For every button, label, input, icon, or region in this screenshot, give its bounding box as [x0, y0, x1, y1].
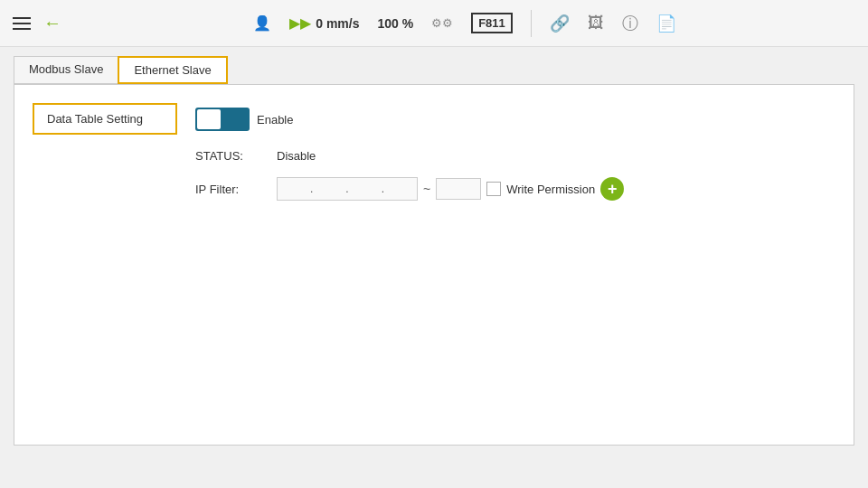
toggle-row: Enable	[195, 108, 835, 131]
document-icon[interactable]: 📄	[656, 14, 676, 33]
speed-icon: ▶▶	[289, 14, 311, 32]
toggle-label: Enable	[257, 113, 293, 127]
tab-modbus-slave[interactable]: Modbus Slave	[14, 56, 118, 84]
ip-seg-2[interactable]	[313, 178, 345, 200]
percent-status: 100 %	[377, 16, 413, 31]
ip-filter-inputs: . . . ~ Write Permission +	[277, 177, 624, 201]
enable-toggle[interactable]	[195, 108, 250, 131]
percent-value: 100 %	[377, 16, 413, 31]
info-icon[interactable]: ⓘ	[622, 13, 638, 34]
main-area: Modbus Slave Ethernet Slave Data Table S…	[0, 47, 868, 488]
ip-seg-1[interactable]	[278, 178, 310, 200]
header: ← 👤 ▶▶ 0 mm/s 100 % ⚙⚙ F811 🔗 🖼 ⓘ 📄	[0, 0, 868, 47]
ip-end-input[interactable]	[436, 178, 481, 200]
status-row: STATUS: Disable	[195, 149, 835, 163]
add-button[interactable]: +	[600, 177, 624, 201]
network-icon[interactable]: 🔗	[550, 14, 570, 33]
speed-status: ▶▶ 0 mm/s	[289, 14, 359, 32]
device-badge: F811	[471, 13, 513, 33]
panel: Data Table Setting Enable STATUS: Disabl…	[14, 84, 854, 446]
ip-seg-3[interactable]	[349, 178, 382, 200]
header-divider	[531, 10, 532, 37]
back-icon[interactable]: ←	[43, 13, 61, 33]
extra-icons: ⚙⚙	[431, 16, 453, 30]
header-left: ←	[9, 13, 61, 33]
hamburger-icon[interactable]	[9, 14, 34, 33]
monitor-icon[interactable]: 🖼	[588, 14, 604, 33]
ip-filter-label: IP Filter:	[195, 183, 268, 196]
tabs-row: Modbus Slave Ethernet Slave	[14, 56, 854, 84]
write-perm-row: Write Permission	[486, 182, 595, 196]
toggle-track	[195, 108, 250, 131]
content-area: Enable STATUS: Disable IP Filter: . .	[195, 103, 835, 427]
person-status: 👤	[253, 14, 271, 32]
gear-small-icon: ⚙⚙	[431, 16, 453, 30]
ip-tilde: ~	[423, 182, 430, 196]
write-permission-checkbox[interactable]	[486, 182, 501, 196]
ip-seg-4[interactable]	[384, 178, 417, 200]
person-icon: 👤	[253, 14, 271, 32]
speed-value: 0 mm/s	[316, 16, 359, 31]
header-center: 👤 ▶▶ 0 mm/s 100 % ⚙⚙ F811 🔗 🖼 ⓘ 📄	[71, 10, 859, 37]
tab-ethernet-slave[interactable]: Ethernet Slave	[118, 56, 227, 84]
data-table-setting-button[interactable]: Data Table Setting	[33, 103, 177, 135]
toggle-knob	[197, 109, 221, 129]
status-label: STATUS:	[195, 149, 268, 163]
ip-filter-row: IP Filter: . . . ~ Write	[195, 177, 835, 201]
write-permission-label: Write Permission	[506, 183, 595, 196]
status-value: Disable	[277, 149, 316, 163]
sidebar: Data Table Setting	[33, 103, 177, 427]
ip-segment-group: . . .	[277, 177, 418, 201]
